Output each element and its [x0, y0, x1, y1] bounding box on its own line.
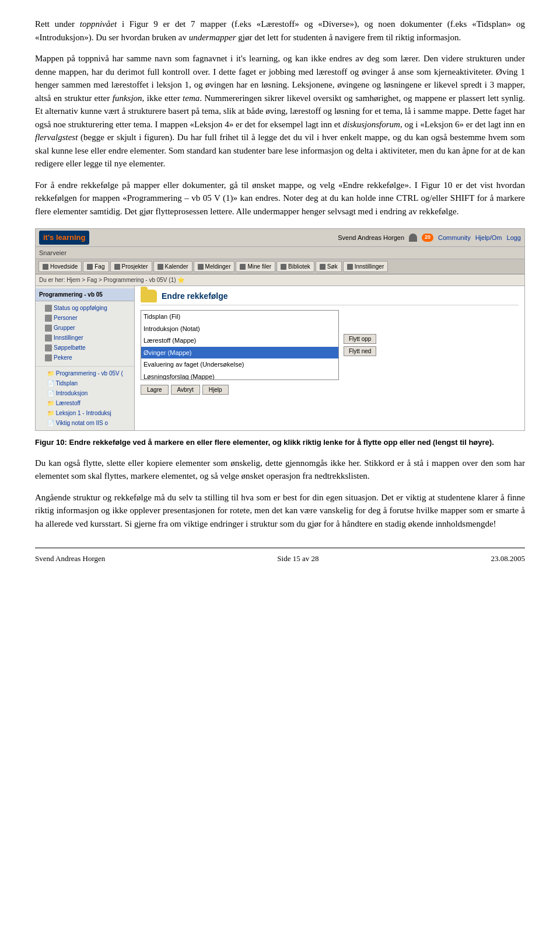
list-item-ovinger[interactable]: Øvinger (Mappe): [141, 347, 338, 359]
breadcrumb-text: Du er her: Hjem > Fag > Programmering - …: [39, 277, 176, 283]
nav-btn-meldinger[interactable]: Meldinger: [194, 261, 235, 272]
help-link[interactable]: Hjelp/Om: [475, 233, 502, 243]
page-title: Endre rekkefølge: [162, 290, 228, 302]
breadcrumb: Du er her: Hjem > Fag > Programmering - …: [36, 274, 524, 286]
nav-label-minefiler: Mine filer: [247, 262, 271, 271]
list-item-larestoff[interactable]: Lærestoff (Mappe): [141, 335, 338, 347]
nav-btn-prosjekter[interactable]: Prosjekter: [110, 261, 152, 272]
sidebar: Programmering - vb 05 Status og oppfølgi…: [36, 286, 135, 430]
folder-icon: [87, 264, 93, 270]
flytt-ned-button[interactable]: Flytt ned: [344, 346, 376, 356]
settings-icon: [45, 335, 52, 342]
sidebar-label-personer: Personer: [54, 314, 78, 322]
notification-badge: 20: [422, 234, 433, 242]
gear-icon: [347, 264, 353, 270]
message-icon: [198, 264, 204, 270]
folder-icon-2: [114, 264, 120, 270]
sidebar-tree-label-leksjon1: 📁 Leksjon 1 - Introduksj: [47, 409, 111, 417]
flytt-buttons: Flytt opp Flytt ned: [344, 334, 376, 356]
main-area: Programmering - vb 05 Status og oppfølgi…: [36, 286, 524, 430]
list-item-losningsforslag[interactable]: Løsningsforslag (Mappe): [141, 371, 338, 381]
sidebar-item-innstillinger[interactable]: Innstillinger: [36, 333, 134, 343]
search-icon: [320, 264, 326, 270]
sidebar-label-status: Status og oppfølging: [54, 304, 107, 312]
sidebar-label-grupper: Grupper: [54, 323, 75, 332]
footer-date: 23.08.2005: [491, 553, 526, 565]
sidebar-item-status[interactable]: Status og oppfølging: [36, 303, 134, 313]
listbox-area: Tidsplan (Fil) Introduksjon (Notat) Lære…: [141, 310, 519, 380]
snarveier-label: Snarveier: [39, 249, 66, 256]
status-icon: [45, 305, 52, 312]
nav-btn-fag[interactable]: Fag: [83, 261, 108, 272]
nav-label-hovedside: Hovedside: [50, 262, 78, 271]
sidebar-tree-label-introduksjon: 📄 Introduksjon: [47, 389, 88, 398]
sidebar-tree-leksjon1[interactable]: 📁 Leksjon 1 - Introduksj: [40, 408, 134, 418]
nav-btn-minefiler[interactable]: Mine filer: [236, 261, 275, 272]
content-title-area: Endre rekkefølge: [141, 290, 519, 305]
nav-label-fag: Fag: [94, 262, 104, 271]
sidebar-item-grupper[interactable]: Grupper: [36, 323, 134, 333]
nav-label-kalender: Kalender: [165, 262, 188, 271]
community-link[interactable]: Community: [438, 233, 471, 243]
house-icon: [43, 264, 48, 270]
calendar-icon: [158, 264, 163, 270]
footer-author: Svend Andreas Horgen: [35, 553, 105, 565]
figure-caption: Figur 10: Endre rekkefølge ved å markere…: [35, 437, 525, 448]
nav-btn-innstillinger[interactable]: Innstillinger: [343, 261, 388, 272]
action-buttons: Lagre Avbryt Hjelp: [141, 385, 519, 395]
sidebar-tree-viktignotat[interactable]: 📄 Viktig notat om IIS o: [40, 418, 134, 428]
paragraph-2: Mappen på toppnivå har samme navn som fa…: [35, 52, 525, 170]
sidebar-tree-root[interactable]: 📁 Programmering - vb 05V (: [40, 368, 134, 378]
sidebar-tree-tidsplan[interactable]: 📄 Tidsplan: [40, 378, 134, 388]
lagre-button[interactable]: Lagre: [141, 385, 169, 395]
person-icon: [409, 234, 417, 242]
nav-btn-kalender[interactable]: Kalender: [153, 261, 192, 272]
sidebar-label-soppelbotte: Søppelbøtte: [54, 343, 85, 352]
sidebar-item-personer[interactable]: Personer: [36, 313, 134, 323]
sidebar-label-innstillinger: Innstillinger: [54, 333, 83, 342]
sidebar-tree-root-label: 📁 Programmering - vb 05V (: [47, 369, 123, 378]
navbar: Hovedside Fag Prosjekter Kalender Meldin…: [36, 259, 524, 274]
paragraph-5: Angående struktur og rekkefølge må du se…: [35, 491, 525, 531]
nav-btn-bibliotek[interactable]: Bibliotek: [276, 261, 314, 272]
topbar: it's learning Svend Andreas Horgen 20 Co…: [36, 229, 524, 247]
screenshot: it's learning Svend Andreas Horgen 20 Co…: [35, 228, 525, 431]
username: Svend Andreas Horgen: [338, 233, 404, 243]
top-navigation: Svend Andreas Horgen 20 Community Hjelp/…: [338, 233, 521, 243]
list-item-introduksjon[interactable]: Introduksjon (Notat): [141, 323, 338, 335]
sidebar-tree-label-larestoff: 📁 Lærestoff: [47, 399, 80, 408]
nav-label-meldinger: Meldinger: [205, 262, 231, 271]
sidebar-tree: 📁 Programmering - vb 05V ( 📄 Tidsplan 📄 …: [36, 366, 134, 428]
rekkefølge-listbox[interactable]: Tidsplan (Fil) Introduksjon (Notat) Lære…: [141, 310, 339, 380]
pekere-icon: [45, 354, 52, 361]
nav-label-bibliotek: Bibliotek: [288, 262, 310, 271]
hjelp-button[interactable]: Hjelp: [202, 385, 229, 395]
nav-label-sok: Søk: [327, 262, 338, 271]
paragraph-1: Rett under toppnivået i Figur 9 er det 7…: [35, 18, 525, 44]
nav-btn-sok[interactable]: Søk: [316, 261, 342, 272]
snarveier-bar: Snarveier: [36, 247, 524, 260]
trash-icon: [45, 344, 52, 351]
logo-text: it's learning: [43, 233, 85, 242]
nav-label-innstillinger: Innstillinger: [355, 262, 384, 271]
folder-big-icon: [141, 290, 157, 302]
person-list-icon: [45, 315, 52, 322]
nav-btn-hovedside[interactable]: Hovedside: [38, 261, 82, 272]
sidebar-tree-introduksjon[interactable]: 📄 Introduksjon: [40, 388, 134, 398]
nav-label-prosjekter: Prosjekter: [122, 262, 148, 271]
content-area: Endre rekkefølge Tidsplan (Fil) Introduk…: [135, 286, 524, 430]
paragraph-4: Du kan også flytte, slette eller kopiere…: [35, 457, 525, 483]
list-item-tidsplan[interactable]: Tidsplan (Fil): [141, 311, 338, 323]
book-icon: [281, 264, 286, 270]
flytt-opp-button[interactable]: Flytt opp: [344, 334, 376, 344]
sidebar-header: Programmering - vb 05: [36, 288, 134, 301]
list-item-evaluering[interactable]: Evaluering av faget (Undersøkelse): [141, 358, 338, 371]
footer-page: Side 15 av 28: [277, 553, 318, 565]
logout-link[interactable]: Logg: [507, 233, 521, 243]
paragraph-3: For å endre rekkefølge på mapper eller d…: [35, 179, 525, 218]
sidebar-tree-larestoff[interactable]: 📁 Lærestoff: [40, 398, 134, 408]
sidebar-tree-label-tidsplan: 📄 Tidsplan: [47, 379, 78, 388]
sidebar-item-pekere[interactable]: Pekere: [36, 353, 134, 363]
avbryt-button[interactable]: Avbryt: [171, 385, 200, 395]
sidebar-item-soppelbotte[interactable]: Søppelbøtte: [36, 343, 134, 353]
